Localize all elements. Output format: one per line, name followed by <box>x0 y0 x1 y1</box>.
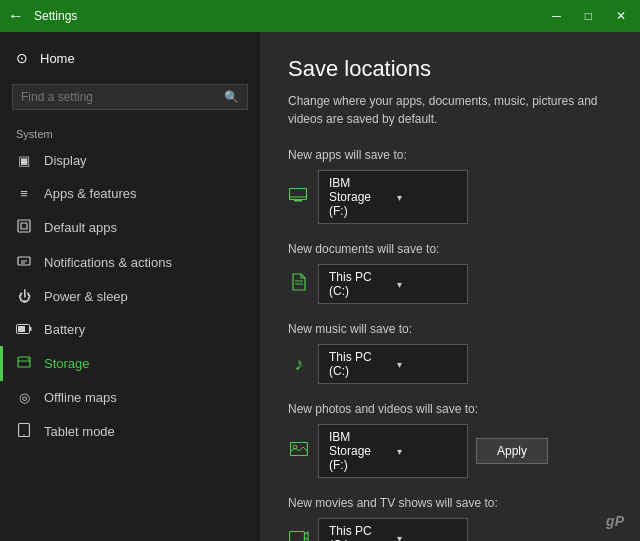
search-icon: 🔍 <box>224 90 239 104</box>
home-label: Home <box>40 51 75 66</box>
svg-rect-7 <box>18 326 25 332</box>
sidebar-item-notifications[interactable]: Notifications & actions <box>0 245 260 280</box>
sidebar-item-battery[interactable]: Battery <box>0 313 260 346</box>
sidebar-item-label: Notifications & actions <box>44 255 172 270</box>
app-title: Settings <box>34 9 546 23</box>
notifications-icon <box>16 254 32 271</box>
storage-icon <box>16 355 32 372</box>
movies-row-icon <box>288 529 310 541</box>
svg-rect-1 <box>21 223 27 229</box>
music-dropdown-chevron: ▾ <box>397 359 457 370</box>
sidebar-item-default-apps[interactable]: Default apps <box>0 210 260 245</box>
tablet-icon <box>16 423 32 440</box>
sidebar-item-label: Tablet mode <box>44 424 115 439</box>
minimize-button[interactable]: ─ <box>546 7 567 25</box>
apps-save-label: New apps will save to: <box>288 148 612 162</box>
battery-icon <box>16 322 32 337</box>
back-button[interactable]: ← <box>8 7 24 25</box>
apps-save-controls: IBM Storage (F:) ▾ <box>288 170 612 224</box>
svg-rect-20 <box>290 532 305 542</box>
sidebar-item-label: Storage <box>44 356 90 371</box>
svg-rect-0 <box>18 220 30 232</box>
movies-save-controls: This PC (C:) ▾ <box>288 518 612 541</box>
sidebar-item-label: Apps & features <box>44 186 137 201</box>
sidebar-item-label: Offline maps <box>44 390 117 405</box>
sidebar-item-label: Battery <box>44 322 85 337</box>
movies-dropdown[interactable]: This PC (C:) ▾ <box>318 518 468 541</box>
music-dropdown[interactable]: This PC (C:) ▾ <box>318 344 468 384</box>
apps-save-row: New apps will save to: IBM Storage (F:) … <box>288 148 612 224</box>
photos-dropdown[interactable]: IBM Storage (F:) ▾ <box>318 424 468 478</box>
photos-row-icon <box>288 442 310 460</box>
sidebar-item-apps-features[interactable]: ≡ Apps & features <box>0 177 260 210</box>
sidebar-item-label: Power & sleep <box>44 289 128 304</box>
documents-dropdown[interactable]: This PC (C:) ▾ <box>318 264 468 304</box>
sidebar-item-label: Display <box>44 153 87 168</box>
sidebar: ⊙ Home 🔍 System ▣ Display ≡ Apps & featu… <box>0 32 260 541</box>
photos-save-label: New photos and videos will save to: <box>288 402 612 416</box>
photos-save-row: New photos and videos will save to: IBM … <box>288 402 612 478</box>
system-section-label: System <box>0 118 260 144</box>
apply-button[interactable]: Apply <box>476 438 548 464</box>
movies-save-label: New movies and TV shows will save to: <box>288 496 612 510</box>
music-row-icon: ♪ <box>288 354 310 375</box>
movies-save-row: New movies and TV shows will save to: Th… <box>288 496 612 541</box>
svg-point-12 <box>23 434 24 435</box>
watermark: gP <box>606 513 624 529</box>
app-body: ⊙ Home 🔍 System ▣ Display ≡ Apps & featu… <box>0 32 640 541</box>
sidebar-item-label: Default apps <box>44 220 117 235</box>
documents-dropdown-chevron: ▾ <box>397 279 457 290</box>
apps-dropdown-chevron: ▾ <box>397 192 457 203</box>
maximize-button[interactable]: □ <box>579 7 598 25</box>
documents-save-row: New documents will save to: This PC (C:)… <box>288 242 612 304</box>
apps-icon: ≡ <box>16 186 32 201</box>
page-description: Change where your apps, documents, music… <box>288 92 612 128</box>
window-controls: ─ □ ✕ <box>546 7 632 25</box>
display-icon: ▣ <box>16 153 32 168</box>
search-input[interactable] <box>21 90 224 104</box>
sidebar-item-display[interactable]: ▣ Display <box>0 144 260 177</box>
offline-maps-icon: ◎ <box>16 390 32 405</box>
svg-rect-13 <box>290 189 307 200</box>
search-box[interactable]: 🔍 <box>12 84 248 110</box>
documents-save-controls: This PC (C:) ▾ <box>288 264 612 304</box>
svg-rect-14 <box>294 200 302 202</box>
sidebar-item-storage[interactable]: Storage <box>0 346 260 381</box>
apps-row-icon <box>288 188 310 206</box>
close-button[interactable]: ✕ <box>610 7 632 25</box>
content-area: Save locations Change where your apps, d… <box>260 32 640 541</box>
movies-dropdown-chevron: ▾ <box>397 533 457 542</box>
documents-save-label: New documents will save to: <box>288 242 612 256</box>
default-apps-icon <box>16 219 32 236</box>
sidebar-item-tablet-mode[interactable]: Tablet mode <box>0 414 260 449</box>
svg-point-10 <box>27 358 29 360</box>
music-save-label: New music will save to: <box>288 322 612 336</box>
sidebar-item-power-sleep[interactable]: ⏻ Power & sleep <box>0 280 260 313</box>
home-icon: ⊙ <box>16 50 28 66</box>
page-title: Save locations <box>288 56 612 82</box>
sidebar-item-home[interactable]: ⊙ Home <box>0 40 260 76</box>
photos-dropdown-chevron: ▾ <box>397 446 457 457</box>
apps-dropdown[interactable]: IBM Storage (F:) ▾ <box>318 170 468 224</box>
title-bar: ← Settings ─ □ ✕ <box>0 0 640 32</box>
music-save-controls: ♪ This PC (C:) ▾ <box>288 344 612 384</box>
svg-rect-6 <box>30 327 32 331</box>
photos-save-controls: IBM Storage (F:) ▾ Apply <box>288 424 612 478</box>
music-save-row: New music will save to: ♪ This PC (C:) ▾ <box>288 322 612 384</box>
sidebar-item-offline-maps[interactable]: ◎ Offline maps <box>0 381 260 414</box>
power-icon: ⏻ <box>16 289 32 304</box>
documents-row-icon <box>288 273 310 295</box>
